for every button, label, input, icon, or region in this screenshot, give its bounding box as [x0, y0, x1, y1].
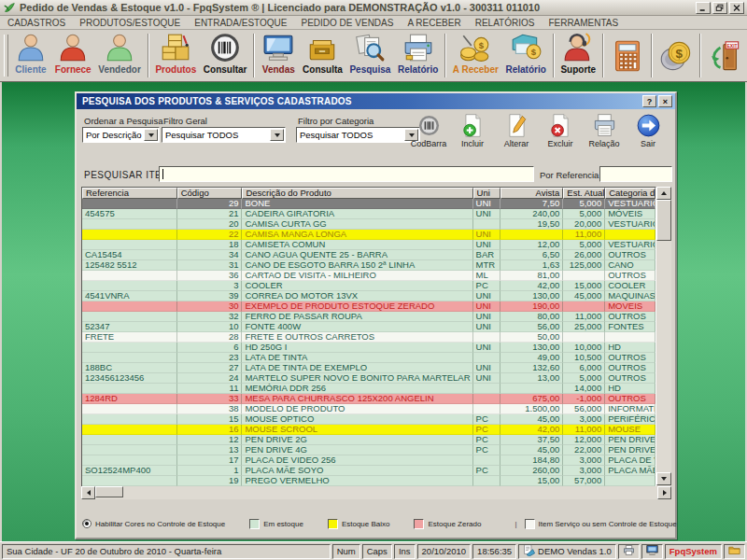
order-filter-combobox[interactable]: Por Descrição	[82, 127, 160, 143]
column-header-uni[interactable]: Uni	[473, 188, 500, 199]
grid-rows: 29BONEUNI7,505,000VESTUARIO45457521CADEI…	[82, 199, 655, 486]
table-row[interactable]: 29BONEUNI7,505,000VESTUARIO	[82, 199, 655, 209]
menu-item-cadastros[interactable]: CADASTROS	[7, 18, 65, 28]
table-row[interactable]: 16MOUSE SCROOLPC42,0011,000MOUSE	[82, 425, 655, 435]
scroll-left-icon[interactable]	[81, 486, 95, 499]
toolbar-button-vendedor[interactable]: Vendedor	[94, 31, 144, 80]
toolbar-button-consulta[interactable]: Consulta	[299, 31, 345, 80]
table-row[interactable]: 13PEN DRIVE 4GPC45,0022,000PEN DRIVE	[82, 445, 655, 455]
table-row[interactable]: 18CAMISETA COMUNUNI12,005,000VESTUARIO	[82, 240, 655, 250]
action-button-sair[interactable]: Sair	[628, 113, 668, 148]
column-header-descri-o-do-produto[interactable]: Descrição do Produto	[242, 188, 472, 199]
toolbar-button-coin[interactable]: $	[655, 31, 697, 80]
toolbar-grip[interactable]	[4, 35, 8, 77]
column-header-c-digo[interactable]: Código	[177, 188, 243, 199]
monitor-icon	[646, 544, 658, 558]
table-row[interactable]: 19PREGO VERMELHO15,0057,000	[82, 476, 655, 486]
column-header-est-atual[interactable]: Est. Atual	[563, 188, 605, 199]
toolbar-button-pesquisa[interactable]: Pesquisa	[346, 31, 394, 80]
table-row[interactable]: 3COOLERPC42,0015,000COOLER	[82, 281, 655, 291]
restore-button[interactable]	[712, 2, 727, 14]
toolbar-button-consultar[interactable]: Consultar	[200, 31, 250, 80]
chevron-down-icon[interactable]	[144, 129, 158, 141]
table-row[interactable]: CA1545434CANO AGUA QUENTE 25 - BARRABAR6…	[82, 250, 655, 260]
table-row[interactable]: 20CAMISA CURTA GG19,5020,000VESTUARIO	[82, 219, 655, 230]
table-row[interactable]: 1284RD33MESA PARA CHURRASCO 125X200 ANGE…	[82, 394, 655, 404]
table-row[interactable]: 32FERRO DE PASSAR ROUPAUNI80,0011,000OUT…	[82, 312, 655, 322]
action-button-excluir[interactable]: Excluir	[541, 113, 580, 148]
menu-item-relat-rios[interactable]: RELATÓRIOS	[475, 18, 535, 28]
dialog-close-button[interactable]: ×	[658, 95, 672, 107]
table-cell: 45,000	[563, 291, 605, 301]
action-button-codbarra[interactable]: CodBarra	[409, 113, 448, 148]
menu-item-pedido-de-vendas[interactable]: PEDIDO DE VENDAS	[302, 18, 394, 28]
minimize-button[interactable]	[696, 2, 711, 14]
toolbar-button-produtos[interactable]: Produtos	[152, 31, 200, 80]
table-row[interactable]: 15MOUSE OPTICOPC45,003,000PERIFÉRICOS	[82, 414, 655, 425]
chevron-down-icon[interactable]	[270, 129, 284, 141]
table-row[interactable]: 125482 551231CANO DE ESGOTO BARRA 150 2ª…	[82, 260, 655, 271]
menu-item-entrada-estoque[interactable]: ENTRADA/ESTOQUE	[194, 18, 287, 28]
dialog-titlebar[interactable]: PESQUISA DOS PRODUTOS & SERVIÇOS CADASTR…	[77, 93, 675, 109]
table-row[interactable]: FRETE28FRETE E OUTROS CARRETOS50,00	[82, 332, 655, 343]
table-row[interactable]: 45457521CADEIRA GIRATORIAUNI240,005,000M…	[82, 209, 655, 219]
general-filter-combobox[interactable]: Pesquisar TODOS	[162, 127, 286, 143]
column-header-referencia[interactable]: Referencia	[82, 188, 177, 199]
table-row[interactable]: 30EXEMPLO DE PRODUTO ESTOQUE ZERADOUNI19…	[82, 301, 655, 312]
toolbar-button-calculator[interactable]	[607, 31, 648, 80]
table-row[interactable]: 11MEMÓRIA DDR 25614,000HD	[82, 384, 655, 394]
window-titlebar[interactable]: Pedido de Vendas & Estoque v1.0 - FpqSys…	[0, 0, 747, 16]
table-row[interactable]: 23LATA DE TINTA49,0010,500OUTROS	[82, 353, 655, 363]
legend-separator: |	[514, 520, 516, 528]
table-cell	[605, 476, 655, 486]
menu-item-a-receber[interactable]: A RECEBER	[407, 18, 460, 28]
table-row[interactable]: 188BC27LATA DE TINTA DE EXEMPLOUNI132,60…	[82, 363, 655, 373]
table-row[interactable]: 12345612345624MARTELO SUPER NOVO E BONIT…	[82, 373, 655, 384]
toolbar-button-relat-rio[interactable]: Relatório	[394, 31, 442, 80]
help-button[interactable]: ?	[642, 95, 656, 107]
table-cell: MAQUINAS	[605, 291, 655, 301]
horizontal-scrollbar[interactable]	[81, 486, 671, 499]
scroll-up-icon[interactable]	[656, 187, 671, 200]
table-cell: 12	[177, 435, 243, 445]
menu-item-produtos-estoque[interactable]: PRODUTOS/ESTOQUE	[79, 18, 180, 28]
enable-colors-radio[interactable]	[82, 519, 92, 528]
reference-input[interactable]	[599, 166, 672, 182]
action-button-incluir[interactable]: Incluir	[453, 113, 492, 148]
table-row[interactable]: 22CAMISA MANGA LONGAUNI11,000	[82, 230, 655, 240]
action-button-rela-o[interactable]: Relação	[585, 113, 624, 148]
action-button-alterar[interactable]: Alterar	[497, 113, 536, 148]
scroll-right-icon[interactable]	[657, 486, 671, 499]
table-cell	[473, 476, 500, 486]
table-row[interactable]: 36CARTAO DE VISITA - MILHEIROML81,00OUTR…	[82, 271, 655, 281]
scroll-down-icon[interactable]	[656, 472, 671, 485]
table-row[interactable]: SO12524MP4001PLACA MÃE SOYOPC260,003,000…	[82, 466, 655, 476]
table-cell: 26,000	[563, 250, 605, 260]
toolbar-button-label: A Receber	[453, 64, 499, 75]
toolbar-button-exit-door[interactable]: EXIT	[704, 31, 745, 80]
vertical-scroll-thumb[interactable]	[656, 200, 671, 241]
column-header-avista[interactable]: Avista	[500, 188, 564, 199]
table-row[interactable]: 6HD 250G IUNI130,0010,000HD	[82, 343, 655, 353]
category-filter-combobox[interactable]: Pesquisar TODOS	[296, 127, 420, 143]
toolbar-button-vendas[interactable]: Vendas	[258, 31, 299, 80]
table-row[interactable]: 5234710FONTE 400WUNI56,0025,000FONTES	[82, 322, 655, 332]
table-row[interactable]: 17PLACA DE VIDEO 256184,803,000PLACA DE …	[82, 455, 655, 466]
search-item-input[interactable]	[159, 166, 534, 182]
column-header-categoria-do-produto[interactable]: Categoria do Produto	[605, 188, 655, 199]
vertical-scrollbar[interactable]	[656, 187, 671, 485]
toolbar-button-suporte[interactable]: Suporte	[557, 31, 599, 80]
close-button[interactable]	[729, 2, 744, 14]
mdi-background: PESQUISA DOS PRODUTOS & SERVIÇOS CADASTR…	[0, 82, 747, 541]
table-row[interactable]: 4541VNRA39CORREA DO MOTOR 13VXUNI130,004…	[82, 291, 655, 301]
svg-text:EXIT: EXIT	[726, 43, 738, 49]
toolbar-button-fornece[interactable]: Fornece	[51, 31, 95, 80]
toolbar-button-relat-rio[interactable]: $Relatório	[502, 31, 550, 80]
toolbar-separator	[553, 34, 555, 77]
toolbar-button-cliente[interactable]: Cliente	[10, 31, 51, 80]
menu-item-ferramentas[interactable]: FERRAMENTAS	[548, 18, 618, 28]
horizontal-scroll-thumb[interactable]	[95, 486, 123, 497]
table-row[interactable]: 12PEN DRIVE 2GPC37,5012,000PEN DRIVE	[82, 435, 655, 445]
table-row[interactable]: 38MODELO DE PRODUTO1.500,0056,000INFORMA…	[82, 404, 655, 414]
toolbar-button-a-receber[interactable]: $A Receber	[449, 31, 502, 80]
